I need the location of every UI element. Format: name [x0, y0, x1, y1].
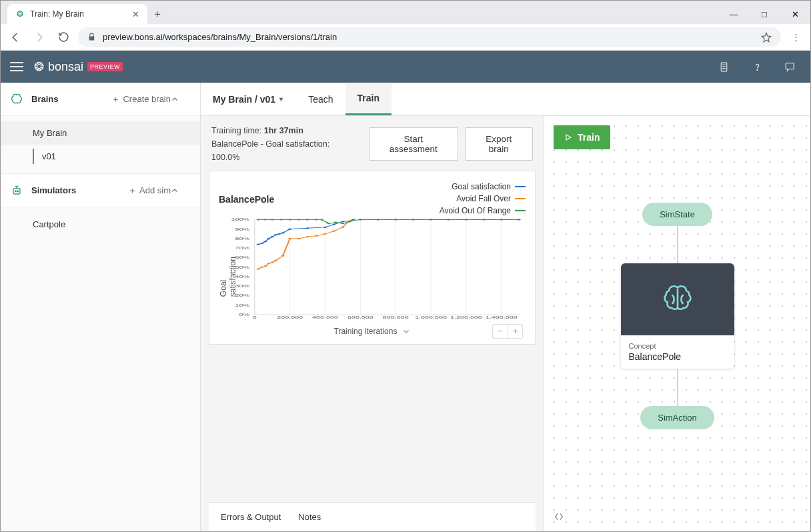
- svg-point-76: [263, 219, 267, 220]
- tab-train[interactable]: Train: [345, 83, 391, 115]
- goal-satisfaction-value: 100.0%: [211, 153, 239, 162]
- play-icon: [564, 133, 572, 141]
- window-maximize-button[interactable]: □: [749, 4, 780, 24]
- graph-node-simstate[interactable]: SimState: [642, 203, 712, 226]
- svg-point-68: [306, 236, 309, 237]
- tab-close-icon[interactable]: ✕: [132, 9, 139, 19]
- browser-toolbar: preview.bons.ai/workspaces/brains/My_Bra…: [1, 24, 810, 51]
- reload-button[interactable]: [54, 28, 73, 47]
- tab-teach-label: Teach: [308, 94, 333, 105]
- collapse-brains-icon[interactable]: [171, 95, 191, 103]
- svg-point-75: [257, 219, 260, 220]
- breadcrumb[interactable]: My Brain / v01 ▾: [213, 83, 296, 115]
- svg-point-39: [271, 236, 274, 237]
- svg-point-84: [327, 223, 330, 224]
- concept-brain-icon: [621, 263, 734, 335]
- training-time-value: 1hr 37min: [264, 126, 303, 135]
- forward-button[interactable]: [30, 28, 49, 47]
- robot-icon: [10, 184, 25, 197]
- train-button-label: Train: [578, 132, 600, 143]
- address-bar[interactable]: preview.bons.ai/workspaces/brains/My_Bra…: [78, 27, 781, 47]
- clipboard-icon[interactable]: [717, 60, 730, 73]
- start-assessment-button[interactable]: Start assessment: [369, 127, 458, 161]
- legend-swatch-1: [515, 186, 526, 188]
- graph-node-simaction[interactable]: SimAction: [640, 406, 714, 429]
- chart-collapse-icon[interactable]: [228, 270, 235, 279]
- svg-point-65: [281, 255, 285, 257]
- browser-tab[interactable]: ❂ Train: My Brain ✕: [7, 4, 147, 24]
- collapse-sims-icon[interactable]: [171, 187, 191, 195]
- browser-menu-button[interactable]: ⋮: [786, 32, 805, 42]
- svg-point-66: [288, 238, 291, 239]
- help-icon[interactable]: [750, 60, 764, 73]
- concept-label: Concept: [629, 342, 726, 350]
- create-brain-button[interactable]: ＋ Create brain: [111, 93, 171, 105]
- main-area: My Brain / v01 ▾ Teach Train Training ti…: [201, 83, 810, 531]
- svg-point-81: [306, 219, 309, 220]
- add-sim-button[interactable]: ＋ Add sim: [128, 185, 171, 197]
- brain-name-label: My Brain: [33, 128, 67, 138]
- train-button[interactable]: Train: [554, 125, 610, 149]
- notes-tab[interactable]: Notes: [298, 512, 321, 522]
- chevron-down-icon[interactable]: [402, 327, 410, 335]
- brand-text: bonsai: [48, 60, 83, 74]
- svg-point-49: [359, 219, 362, 220]
- svg-point-50: [376, 219, 379, 220]
- expand-panel-icon[interactable]: [554, 511, 564, 522]
- export-brain-button[interactable]: Export brain: [465, 127, 533, 161]
- concept-card[interactable]: Concept BalancePole: [621, 263, 734, 369]
- zoom-out-button[interactable]: −: [493, 325, 508, 338]
- x-axis-label: Training iterations: [334, 327, 397, 336]
- svg-point-58: [518, 219, 521, 220]
- url-text: preview.bons.ai/workspaces/brains/My_Bra…: [103, 32, 337, 42]
- legend-label-2: Avoid Fall Over: [456, 193, 511, 205]
- svg-point-43: [288, 229, 291, 230]
- svg-point-57: [500, 219, 503, 220]
- svg-point-40: [274, 234, 277, 235]
- sidebar-sims-header: Simulators ＋ Add sim: [1, 174, 200, 207]
- tab-teach[interactable]: Teach: [296, 83, 345, 115]
- svg-text:0%: 0%: [239, 313, 249, 317]
- zoom-in-button[interactable]: +: [508, 325, 522, 338]
- plus-icon: ＋: [128, 185, 137, 197]
- svg-point-88: [351, 219, 355, 220]
- sidebar-brain-version[interactable]: v01: [33, 149, 200, 164]
- svg-point-53: [430, 219, 433, 220]
- svg-text:1,400,000: 1,400,000: [486, 316, 518, 320]
- chart-legend: Goal satisfaction Avoid Fall Over Avoid …: [440, 181, 526, 217]
- svg-point-51: [394, 219, 397, 220]
- svg-text:400,000: 400,000: [312, 316, 338, 320]
- back-button[interactable]: [6, 28, 25, 47]
- errors-output-tab[interactable]: Errors & Output: [221, 512, 281, 522]
- window-minimize-button[interactable]: —: [718, 4, 749, 24]
- sidebar-brain-item[interactable]: My Brain: [1, 121, 200, 145]
- svg-point-54: [447, 219, 450, 220]
- svg-point-42: [281, 232, 285, 233]
- svg-point-79: [288, 219, 291, 220]
- sidebar-sim-item[interactable]: Cartpole: [1, 213, 200, 236]
- window-close-button[interactable]: ✕: [780, 4, 810, 24]
- legend-label-3: Avoid Out Of Range: [440, 205, 511, 217]
- svg-point-44: [306, 227, 309, 229]
- chart-zoom-controls: − +: [492, 324, 523, 339]
- bookmark-star-icon[interactable]: [761, 32, 772, 43]
- brand-icon: ❂: [34, 59, 44, 74]
- svg-point-82: [315, 219, 318, 220]
- svg-point-62: [267, 263, 270, 264]
- plus-icon: ＋: [111, 93, 120, 105]
- chart-title: BalancePole: [219, 194, 274, 217]
- feedback-icon[interactable]: [784, 60, 797, 73]
- svg-point-55: [464, 219, 468, 220]
- new-tab-button[interactable]: ＋: [147, 4, 167, 24]
- menu-toggle-button[interactable]: [10, 62, 26, 71]
- training-chart: 0200,000400,000600,000800,0001,000,0001,…: [219, 217, 526, 324]
- svg-text:10%: 10%: [235, 303, 249, 307]
- sidebar: Brains ＋ Create brain My Brain v01: [1, 83, 201, 531]
- svg-point-64: [274, 260, 277, 261]
- svg-rect-0: [721, 63, 727, 71]
- legend-swatch-3: [515, 210, 526, 212]
- svg-text:1,000,000: 1,000,000: [415, 316, 447, 320]
- sidebar-sims-title: Simulators: [31, 185, 76, 195]
- favicon-icon: ❂: [15, 9, 25, 19]
- browser-tab-strip: ❂ Train: My Brain ✕ ＋: [1, 1, 167, 24]
